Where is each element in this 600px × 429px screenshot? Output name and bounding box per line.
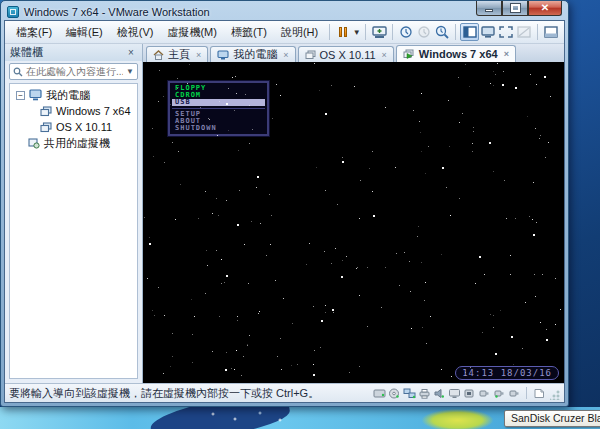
search-dropdown-icon[interactable]: ▼	[126, 67, 134, 76]
star	[258, 313, 259, 314]
usb-device-icon[interactable]	[492, 387, 506, 400]
unity-icon	[517, 26, 531, 38]
star	[269, 194, 270, 195]
unity-button[interactable]	[515, 23, 533, 41]
star	[472, 143, 473, 144]
usb-controller-icon[interactable]	[462, 387, 476, 400]
star	[555, 278, 556, 279]
star	[325, 113, 327, 115]
star	[515, 87, 517, 89]
star	[420, 132, 421, 133]
star	[385, 267, 386, 268]
star	[159, 70, 160, 71]
star	[277, 356, 278, 357]
resize-grip[interactable]	[550, 390, 560, 400]
send-ctrl-alt-del-button[interactable]	[370, 23, 388, 41]
star	[535, 128, 536, 129]
suspend-button[interactable]	[334, 23, 352, 41]
tab-windows7[interactable]: Windows 7 x64 ×	[396, 45, 516, 62]
star	[249, 335, 250, 336]
star	[555, 324, 556, 325]
suspend-dropdown[interactable]: ▼	[352, 28, 361, 37]
printer-icon[interactable]	[417, 387, 431, 400]
usb-device-icon[interactable]	[477, 387, 491, 400]
star	[372, 191, 373, 192]
take-snapshot-button[interactable]	[397, 23, 415, 41]
menu-vm[interactable]: 虛擬機(M)	[160, 22, 224, 43]
star	[465, 64, 466, 65]
star	[221, 259, 222, 260]
collapse-icon[interactable]: −	[16, 91, 25, 100]
tab-close-icon[interactable]: ×	[196, 50, 201, 60]
tab-my-computer[interactable]: 我的電腦 ×	[210, 46, 295, 62]
star	[425, 173, 426, 174]
star	[281, 369, 282, 370]
star	[441, 254, 442, 255]
tree-item-my-computer[interactable]: − 我的電腦	[10, 87, 137, 103]
menu-view[interactable]: 檢視(V)	[110, 22, 161, 43]
network-adapter-icon[interactable]	[402, 387, 416, 400]
star	[331, 85, 332, 86]
snapshot-manager-button[interactable]	[433, 23, 451, 41]
star	[172, 356, 173, 357]
star	[260, 223, 261, 224]
tab-close-icon[interactable]: ×	[283, 50, 288, 60]
message-log-icon[interactable]	[532, 387, 546, 400]
tree-item-osx[interactable]: OS X 10.11	[10, 119, 137, 135]
close-button[interactable]: ✕	[528, 1, 562, 16]
revert-snapshot-button[interactable]	[415, 23, 433, 41]
minimize-button[interactable]	[476, 1, 502, 16]
star	[259, 311, 260, 312]
star	[147, 278, 148, 279]
star	[272, 118, 273, 119]
menu-help[interactable]: 說明(H)	[274, 22, 325, 43]
display-icon[interactable]	[447, 387, 461, 400]
library-close-button[interactable]: ×	[125, 47, 137, 58]
star	[451, 376, 452, 377]
tab-close-icon[interactable]: ×	[382, 50, 387, 60]
star	[192, 362, 193, 363]
title-bar[interactable]: Windows 7 x64 - VMware Workstation ✕	[4, 3, 565, 20]
tab-osx[interactable]: OS X 10.11 ×	[298, 46, 394, 62]
star	[218, 215, 219, 216]
star	[422, 327, 423, 328]
tree-item-shared-vms[interactable]: 共用的虛擬機	[10, 135, 137, 151]
star	[228, 130, 229, 131]
star	[189, 64, 190, 65]
star	[297, 364, 298, 365]
menu-tabs[interactable]: 標籤(T)	[224, 22, 274, 43]
star	[425, 282, 426, 283]
menu-file[interactable]: 檔案(F)	[9, 22, 59, 43]
tab-close-icon[interactable]: ×	[504, 49, 509, 59]
usb-device-icon[interactable]	[507, 387, 521, 400]
sound-card-icon[interactable]	[432, 387, 446, 400]
show-library-button[interactable]	[460, 23, 478, 41]
star	[399, 285, 400, 286]
console-view-button[interactable]	[479, 23, 497, 41]
hard-disk-icon[interactable]	[372, 387, 386, 400]
boot-item-usb[interactable]: USB	[172, 99, 265, 106]
vm-screen[interactable]: FLOPPY CDROM USB SETUP ABOUT SHUTDOWN 14…	[143, 62, 564, 383]
ctrl-alt-del-icon	[372, 26, 387, 39]
star	[470, 367, 471, 368]
star	[144, 217, 145, 218]
star	[522, 348, 523, 349]
menu-edit[interactable]: 編輯(E)	[59, 22, 110, 43]
tree-item-label: OS X 10.11	[56, 121, 112, 133]
search-input[interactable]	[26, 66, 123, 77]
star	[237, 316, 238, 317]
boot-item-shutdown[interactable]: SHUTDOWN	[172, 125, 265, 132]
star	[506, 218, 507, 219]
maximize-button[interactable]	[502, 1, 528, 16]
tree-item-windows7[interactable]: Windows 7 x64	[10, 103, 137, 119]
star	[421, 262, 422, 263]
tab-home[interactable]: 主頁 ×	[146, 46, 208, 62]
star	[428, 146, 429, 147]
console-monitor-icon	[481, 26, 495, 38]
star	[490, 314, 491, 315]
cdrom-icon[interactable]	[387, 387, 401, 400]
fullscreen-button[interactable]	[497, 23, 515, 41]
star	[319, 90, 320, 91]
star	[314, 350, 315, 351]
show-console-view-button[interactable]	[542, 23, 560, 41]
